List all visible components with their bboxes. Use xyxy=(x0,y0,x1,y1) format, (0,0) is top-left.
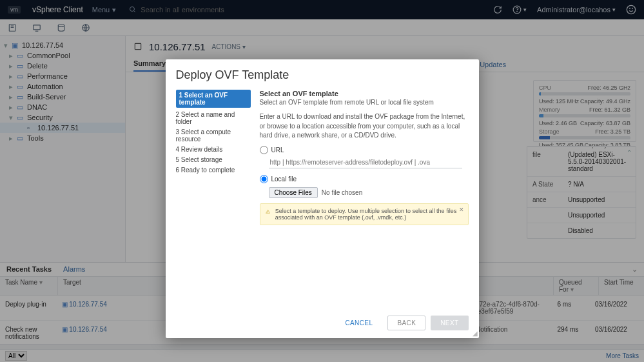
wizard-step[interactable]: 6 Ready to complete xyxy=(176,166,251,174)
deploy-ovf-modal: Deploy OVF Template 1 Select an OVF temp… xyxy=(166,59,479,338)
modal-footer: CANCEL BACK NEXT xyxy=(176,316,469,330)
warning-icon xyxy=(266,208,270,216)
resize-handle-icon[interactable]: ◢ xyxy=(473,330,478,337)
panel-subtitle: Select an OVF template from remote URL o… xyxy=(260,99,469,106)
file-chosen-text: No file chosen xyxy=(322,189,362,196)
info-alert: Select a template to deploy. Use multipl… xyxy=(260,203,469,225)
back-button[interactable]: BACK xyxy=(387,316,425,330)
option-local-file[interactable]: Local file xyxy=(260,175,469,183)
modal-overlay: Deploy OVF Template 1 Select an OVF temp… xyxy=(0,0,644,362)
option-local-label: Local file xyxy=(271,176,297,183)
wizard-step[interactable]: 2 Select a name and folder xyxy=(176,111,251,125)
wizard-step[interactable]: 1 Select an OVF template xyxy=(176,90,251,108)
panel-description: Enter a URL to download and install the … xyxy=(260,112,469,141)
cancel-button[interactable]: CANCEL xyxy=(335,316,382,330)
radio-local[interactable] xyxy=(260,175,268,183)
wizard-steps: 1 Select an OVF template2 Select a name … xyxy=(176,90,251,225)
wizard-step[interactable]: 4 Review details xyxy=(176,146,251,153)
alert-text: Select a template to deploy. Use multipl… xyxy=(275,208,463,221)
wizard-panel: Select an OVF template Select an OVF tem… xyxy=(260,90,469,225)
option-url[interactable]: URL xyxy=(260,146,469,154)
choose-files-button[interactable]: Choose Files xyxy=(269,187,318,198)
radio-url[interactable] xyxy=(260,146,268,154)
close-icon[interactable]: ✕ xyxy=(459,206,464,213)
wizard-step[interactable]: 3 Select a compute resource xyxy=(176,128,251,143)
panel-title: Select an OVF template xyxy=(260,90,469,97)
modal-title: Deploy OVF Template xyxy=(176,68,469,82)
next-button[interactable]: NEXT xyxy=(431,316,468,330)
wizard-step[interactable]: 5 Select storage xyxy=(176,156,251,163)
option-url-label: URL xyxy=(271,146,284,154)
url-input[interactable] xyxy=(269,157,462,168)
